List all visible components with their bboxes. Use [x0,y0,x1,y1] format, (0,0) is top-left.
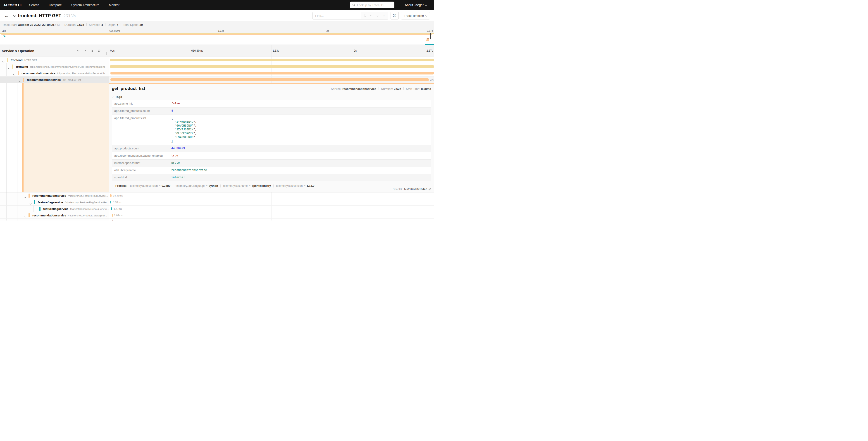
collapse-trace-chevron[interactable] [13,13,16,18]
link-icon[interactable] [428,188,431,191]
trace-minimap[interactable] [0,33,434,45]
span-row[interactable]: recommendationservice/hipstershop.Recomm… [0,70,434,77]
span-duration-bar[interactable] [112,214,113,217]
column-resizer-grip[interactable] [106,52,107,55]
chevron-right-icon[interactable] [84,49,87,53]
process-value: python [209,184,218,187]
trace-id-search[interactable]: Lookup by Trace ID... [350,2,394,8]
timeline-tick-label: 666.89ms [191,49,203,52]
find-input[interactable]: Find... [313,12,361,19]
tags-section-toggle[interactable]: Tags [112,95,431,98]
span-id-row: SpanID: 1ca2262df0e18447 [393,188,431,191]
span-expand-chevron[interactable] [30,201,31,205]
span-expand-chevron[interactable] [19,79,20,83]
span-timeline-cell[interactable]: 3.68ms [109,199,434,206]
trace-view-selector[interactable]: Trace Timeline [401,12,430,20]
span-duration-bar[interactable] [113,219,113,220]
double-chevron-right-icon[interactable] [97,49,101,53]
tree-guide-line [17,206,18,212]
span-timeline-cell[interactable] [109,63,434,70]
span-row[interactable]: recommendationservice/hipstershop.Produc… [0,212,434,219]
span-timeline-cell[interactable]: 1.04ms [109,212,434,219]
span-timeline-cell[interactable]: 3.47ms [109,206,434,212]
tree-guide-line [23,199,23,205]
process-divider [273,184,274,187]
span-timeline-cell[interactable] [109,57,434,63]
span-detail-panel: get_product_list Service:recommendations… [109,83,434,192]
tag-key: app.products.count [112,145,169,152]
span-duration-bar[interactable] [110,194,112,197]
summary-value: October 22 2022, 22:10:09 [18,23,54,27]
nav-item-search[interactable]: Search [29,3,39,7]
minimap-span [3,35,5,36]
span-duration-bar[interactable] [111,78,429,81]
span-duration-bar[interactable] [110,65,434,68]
span-timeline-cell[interactable]: 14.49ms [109,193,434,199]
chevron-down-icon[interactable] [76,49,80,53]
process-items: telemetry.auto.version=0.34b0telemetry.s… [130,184,314,187]
span-expand-chevron[interactable] [3,59,4,63]
span-duration-bar[interactable] [111,72,434,75]
span-name-cell[interactable] [0,219,109,220]
span-name-cell[interactable]: frontendgrpc.hipstershop.RecommendationS… [0,63,109,70]
span-expand-chevron[interactable] [8,65,9,69]
detail-divider [112,93,431,93]
double-chevron-down-icon[interactable] [91,49,94,53]
find-prev-button[interactable] [368,12,374,19]
span-expand-chevron[interactable] [25,214,26,218]
span-duration-label: 14.49ms [113,194,123,197]
span-name-cell[interactable]: frontendHTTP GET [0,57,109,63]
service-value: recommendationservice [342,87,376,91]
span-row[interactable] [0,219,434,220]
locate-icon[interactable] [362,12,368,19]
span-duration-bar[interactable] [111,207,112,210]
process-section-toggle[interactable]: Process: telemetry.auto.version=0.34b0te… [112,184,431,187]
span-rows-top: frontendHTTP GETfrontendgrpc.hipstershop… [0,57,434,83]
summary-divider [105,23,105,26]
process-equals: = [159,184,160,187]
app-logo[interactable]: JAEGER UI [3,3,22,7]
span-row[interactable]: featureflagservice/hipstershop.FeatureFl… [0,199,434,206]
nav-item-monitor[interactable]: Monitor [109,3,120,7]
span-row[interactable]: featureflagservicefeatureflagservice.rep… [0,206,434,212]
span-row[interactable]: frontendgrpc.hipstershop.RecommendationS… [0,63,434,70]
span-row-selected[interactable]: recommendationserviceget_product_list2.6… [0,77,434,83]
start-time-value: 8.58ms [421,87,431,91]
tree-guide-line [23,206,23,212]
span-timeline-cell[interactable]: 2.62s [109,77,434,83]
operation-name: /hipstershop.RecommendationService/Lis..… [57,72,107,75]
span-name-cell[interactable]: recommendationservice/hipstershop.Featur… [0,193,109,199]
span-duration-bar[interactable] [110,59,434,61]
find-next-button[interactable] [374,12,381,19]
span-name-cell[interactable]: recommendationserviceget_product_list [0,77,109,83]
span-row[interactable]: recommendationservice/hipstershop.Featur… [0,193,434,199]
span-name-cell[interactable]: featureflagservice/hipstershop.FeatureFl… [0,199,109,206]
span-expand-chevron[interactable] [25,195,26,199]
minimap-right-scrubber[interactable] [430,33,431,39]
process-value: 1.13.0 [307,184,314,187]
chevron-down-icon [13,14,16,17]
span-duration-bar[interactable] [111,201,111,204]
span-row[interactable]: frontendHTTP GET [0,57,434,63]
operation-name: grpc.hipstershop.RecommendationService/L… [30,65,105,68]
service-name: frontendgrpc.hipstershop.RecommendationS… [16,65,105,68]
tag-row: internal.span.formatproto [112,159,431,167]
chevron-right-icon [112,185,114,186]
minimap-left-scrubber[interactable] [2,33,2,40]
span-name-cell[interactable]: recommendationservice/hipstershop.Produc… [0,212,109,219]
about-jaeger-menu[interactable]: About Jaeger [405,3,427,7]
find-clear-button[interactable]: × [381,12,387,19]
nav-item-compare[interactable]: Compare [49,3,62,7]
span-timeline-cell[interactable] [109,219,434,220]
timeline-gridline [190,219,190,220]
trace-id-short: 2f715fb [64,14,75,18]
span-name-cell[interactable]: featureflagservicefeatureflagservice.rep… [0,206,109,212]
span-timeline-cell[interactable] [109,70,434,77]
tag-key: otel.library.name [112,167,169,174]
span-expand-chevron[interactable] [13,72,15,76]
nav-item-system-architecture[interactable]: System Architecture [71,3,99,7]
back-button[interactable]: ← [3,12,10,20]
span-meta: Service:recommendationservice Duration:2… [331,87,431,91]
span-name-cell[interactable]: recommendationservice/hipstershop.Recomm… [0,70,109,77]
keyboard-shortcuts-button[interactable]: ⌘ [391,12,399,20]
